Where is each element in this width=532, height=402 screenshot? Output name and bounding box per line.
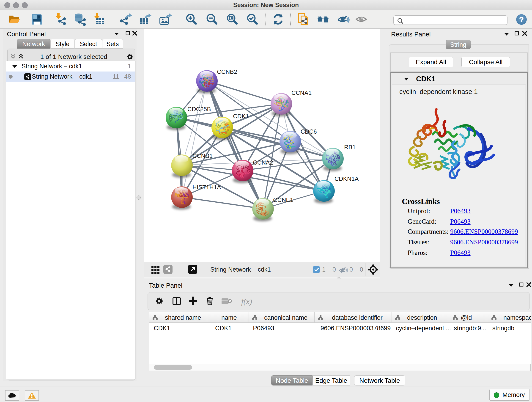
- svg-text:CDK1: CDK1: [233, 113, 249, 120]
- svg-text:f(x): f(x): [241, 297, 252, 306]
- svg-text:CDC6: CDC6: [301, 128, 317, 135]
- svg-text:CCNB2: CCNB2: [217, 68, 237, 75]
- svg-text:CCNB1: CCNB1: [192, 153, 213, 159]
- svg-text:CCNA1: CCNA1: [291, 89, 312, 96]
- svg-text:CDKN1A: CDKN1A: [335, 175, 359, 182]
- svg-text:HIST1H1A: HIST1H1A: [192, 184, 221, 191]
- svg-text:RB1: RB1: [344, 144, 356, 151]
- svg-text:CCNA2: CCNA2: [253, 159, 273, 166]
- svg-text:CDC25B: CDC25B: [187, 106, 211, 113]
- svg-text:CCNE1: CCNE1: [273, 196, 293, 203]
